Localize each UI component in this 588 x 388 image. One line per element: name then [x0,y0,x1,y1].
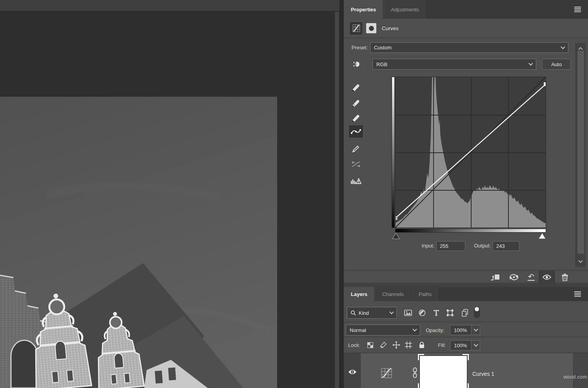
mask-selection-bracket [418,383,424,388]
edit-points-tool[interactable] [348,125,363,138]
curves-layer-thumbnail-icon[interactable] [381,368,392,379]
layers-scroll-column[interactable] [573,353,588,388]
chevron-down-icon [528,61,533,65]
visibility-eye-icon[interactable] [539,271,555,284]
tab-channels[interactable]: Channels [375,287,411,301]
document-tab-strip [0,0,339,11]
layer-filter-row: Kind [344,301,588,322]
opacity-label: Opacity: [426,327,445,333]
type-layer-filter-icon[interactable] [431,308,441,318]
properties-panel-menu-icon[interactable] [574,7,581,12]
channel-row: RGB Auto [344,59,588,70]
output-label: Output: [461,243,491,249]
fill-dropdown-button[interactable] [472,340,480,350]
layer-mask-thumbnail[interactable] [419,356,467,388]
blend-mode-dropdown[interactable]: Normal [346,325,420,336]
tab-adjustments[interactable]: Adjustments [383,0,426,19]
panel-gap [339,0,344,388]
tab-adjustments-label: Adjustments [391,7,419,13]
watermark: wtvid.com [557,374,587,380]
curves-tools [347,76,365,194]
output-field[interactable] [493,241,519,251]
input-output-row: Input: Output: [344,241,588,251]
scroll-down-icon[interactable] [578,258,583,263]
toggle-knob [475,307,479,311]
lock-artboard-icon[interactable] [404,340,413,350]
layer-visibility-eye-icon[interactable] [348,369,357,376]
kind-filter-value: Kind [359,310,390,316]
view-previous-state-icon[interactable] [506,271,522,284]
clip-to-layer-icon[interactable] [487,271,503,284]
blend-mode-value: Normal [350,327,366,333]
properties-header: Curves [344,19,588,38]
tab-properties[interactable]: Properties [344,0,383,19]
output-gradient-bar [392,77,395,228]
channel-value: RGB [376,61,387,67]
layers-tabbar: Layers Channels Paths [344,287,588,301]
lock-label: Lock: [348,342,360,348]
curve-point[interactable] [395,216,397,220]
chevron-down-icon [561,45,565,49]
properties-tabbar: Properties Adjustments [344,0,588,19]
pixel-layer-filter-icon[interactable] [403,308,413,318]
chevron-down-icon [412,327,417,331]
tab-paths-label: Paths [419,291,432,297]
curve-point[interactable] [544,83,546,86]
delete-trash-icon[interactable] [558,271,572,284]
canvas-photo[interactable] [0,97,277,388]
auto-button[interactable]: Auto [542,59,571,70]
adjustment-layer-filter-icon[interactable] [417,308,427,318]
curves-adjustment-icon [350,22,362,34]
scrollbar-thumb[interactable] [577,51,584,254]
histogram-warning-icon[interactable] [348,174,363,188]
panel-title: Curves [382,25,399,31]
opacity-dropdown-button[interactable] [472,325,480,335]
visibility-column [344,353,361,388]
layer-mask-icon [366,23,376,33]
layer-name: Curves 1 [472,371,494,377]
link-mask-icon[interactable] [412,367,418,379]
tab-layers[interactable]: Layers [344,287,375,301]
smart-object-filter-icon[interactable] [460,308,470,318]
layer-row[interactable]: Curves 1 [361,353,573,388]
black-point-slider[interactable] [392,233,400,240]
tab-properties-label: Properties [351,7,376,13]
smooth-curve-icon[interactable] [348,158,363,171]
white-point-eyedropper[interactable] [348,112,363,125]
curve-graph[interactable] [395,77,546,228]
kind-filter-dropdown[interactable]: Kind [347,307,397,319]
chevron-down-icon [474,342,478,346]
black-point-eyedropper[interactable] [348,81,363,94]
mask-selection-bracket [463,383,469,388]
targeted-adjustment-tool[interactable] [350,58,363,70]
canvas-scrollbar[interactable] [334,12,339,388]
layers-panel-menu-icon[interactable] [574,291,581,297]
input-field[interactable] [436,241,465,251]
layers-panel: Layers Channels Paths Kind [344,287,588,388]
preset-row: Preset: Custom [344,42,588,53]
lock-all-icon[interactable] [417,340,426,350]
white-point-slider[interactable] [538,233,546,240]
lock-position-icon[interactable] [392,340,401,350]
preset-dropdown[interactable]: Custom [370,42,568,53]
channel-dropdown[interactable]: RGB [372,59,536,70]
fill-field[interactable]: 100% [450,340,472,350]
gray-point-eyedropper[interactable] [348,97,363,110]
properties-bottom-bar: ↶ [344,270,588,283]
lock-row: Lock: Fill: 100% [344,337,588,353]
opacity-field[interactable]: 100% [450,325,472,335]
mask-selection-bracket [418,354,424,360]
pencil-tool[interactable] [348,142,363,155]
reset-icon[interactable]: ↶ [524,271,538,284]
search-icon [350,310,356,316]
lock-transparency-icon[interactable] [365,340,375,350]
shape-layer-filter-icon[interactable] [445,308,455,318]
preset-value: Custom [374,45,392,51]
lock-pixels-icon[interactable] [379,340,388,350]
preset-label: Preset: [344,45,368,51]
photoshop-window: Properties Adjustments Curves Preset: Cu… [0,0,588,388]
photo-illustration [0,97,277,388]
filter-toggle[interactable] [474,307,480,318]
tab-paths[interactable]: Paths [411,287,439,301]
properties-scrollbar[interactable] [575,43,586,267]
